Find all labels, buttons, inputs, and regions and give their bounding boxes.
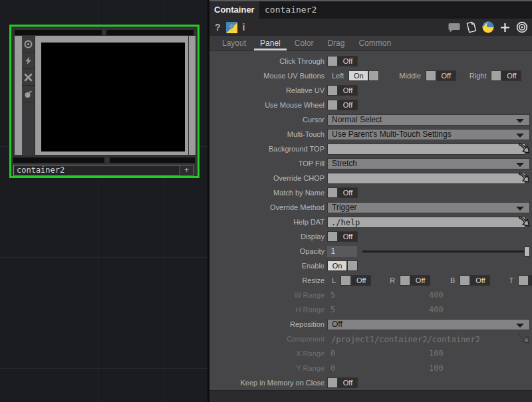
node-input-connector-right[interactable] — [106, 30, 194, 35]
node-output-connector-right[interactable] — [110, 157, 195, 163]
ref-field-override-chop[interactable] — [327, 173, 525, 184]
slider-handle[interactable] — [524, 247, 530, 256]
bypass-flag-icon[interactable] — [22, 86, 35, 102]
range-max-value: 100 — [429, 349, 444, 358]
parameter-rows: Click ThroughOffMouse UV ButtonsLeftOnMi… — [209, 54, 532, 390]
inline-label: T — [509, 276, 513, 284]
node-viewer[interactable] — [35, 36, 188, 155]
dropdown-value: Use Parent's Multi-Touch Settings — [328, 130, 452, 139]
tab-layout[interactable]: Layout — [216, 36, 252, 50]
multi-toggle-item-b: BOff — [450, 275, 490, 286]
node-reference-arrow-icon[interactable] — [517, 331, 532, 348]
dropdown-override-method[interactable]: Trigger — [327, 202, 530, 213]
python-language-icon[interactable] — [482, 21, 494, 33]
toggle-off[interactable]: Off — [400, 275, 430, 286]
param-row-w-range: W Range5400 — [209, 288, 532, 302]
dropdown-multi-touch[interactable]: Use Parent's Multi-Touch Settings — [327, 129, 530, 140]
render-flag-icon[interactable] — [22, 52, 35, 69]
tab-common[interactable]: Common — [352, 36, 397, 50]
dropdown-reposition[interactable]: Off — [327, 319, 530, 330]
param-row-help-dat: Help DAT./help — [209, 215, 532, 229]
param-label: Background TOP — [209, 145, 325, 153]
tab-panel[interactable]: Panel — [254, 36, 287, 50]
ref-field-background-top[interactable] — [327, 144, 525, 155]
inline-label: Middle — [399, 72, 420, 80]
param-row-enable: EnableOn — [209, 258, 532, 273]
toggle-off[interactable]: Off — [340, 275, 371, 286]
info-icon[interactable]: i — [243, 22, 245, 33]
help-icon[interactable]: ? — [215, 22, 221, 33]
toggle-state-label: Off — [338, 56, 358, 66]
toggle-handle — [327, 85, 338, 96]
param-label: Opacity — [209, 247, 325, 255]
param-label: Use Mouse Wheel — [209, 101, 325, 109]
pin-target-icon[interactable] — [516, 21, 528, 33]
toggle-state-label: Off — [338, 187, 358, 198]
toggle-off[interactable]: Off — [327, 56, 358, 66]
node-resize-edge-left[interactable] — [15, 36, 22, 155]
dropdown-top-fill[interactable]: Stretch — [327, 158, 530, 169]
inline-label: Right — [469, 72, 487, 80]
param-label: Match by Name — [209, 189, 325, 197]
operator-name-field[interactable]: container2 — [259, 1, 532, 19]
delete-flag-icon[interactable] — [22, 69, 35, 86]
slider-value-field[interactable]: 1 — [327, 246, 357, 257]
network-editor[interactable]: container2 + — [0, 0, 207, 402]
tab-color[interactable]: Color — [289, 36, 320, 50]
copy-parameters-icon[interactable] — [466, 21, 477, 33]
param-label: Resize — [209, 276, 325, 284]
node-flag-column — [22, 36, 35, 155]
node-reference-arrow-icon[interactable] — [517, 141, 532, 158]
ref-field-help-dat[interactable]: ./help — [327, 217, 525, 228]
param-label: W Range — [209, 291, 325, 299]
param-control: 5400 — [325, 302, 530, 317]
node-resize-edge-right[interactable] — [188, 36, 196, 155]
toggle-state-label: Off — [338, 85, 358, 96]
toggle-off[interactable]: Off — [327, 231, 358, 242]
range-min-value: 0 — [327, 363, 429, 373]
node-reference-arrow-icon[interactable] — [517, 214, 532, 231]
param-label: H Range — [209, 306, 325, 314]
toggle-off[interactable]: Off — [518, 275, 532, 286]
param-label: Mouse UV Buttons — [209, 72, 325, 80]
toggle-handle — [327, 377, 338, 388]
param-label: Multi-Touch — [209, 130, 325, 138]
toggle-off[interactable]: Off — [327, 187, 358, 198]
node-input-connector-left[interactable] — [15, 30, 102, 35]
tab-drag[interactable]: Drag — [321, 36, 350, 50]
node-name-field[interactable]: container2 — [13, 165, 180, 176]
toggle-state-label: On — [327, 260, 347, 271]
param-control: /project1/container2/container2 — [325, 332, 530, 346]
toggle-handle — [327, 56, 338, 66]
toggle-off[interactable]: Off — [460, 275, 490, 286]
multi-toggle-item-r: ROff — [390, 275, 430, 286]
param-row-relative-uv: Relative UVOff — [209, 83, 532, 98]
param-control: Stretch — [325, 156, 530, 171]
node-reference-arrow-icon[interactable] — [517, 170, 532, 187]
toggle-on[interactable]: On — [327, 260, 358, 271]
param-label: Y Range — [209, 364, 325, 372]
container-node[interactable]: container2 + — [9, 25, 200, 178]
toggle-on[interactable]: On — [348, 70, 379, 81]
toggle-off[interactable]: Off — [491, 70, 521, 81]
python-help-icon[interactable]: ? — [226, 22, 237, 33]
ref-field-component[interactable]: /project1/container2/container2 — [327, 334, 525, 345]
toggle-off[interactable]: Off — [327, 85, 358, 96]
toggle-off[interactable]: Off — [327, 377, 358, 388]
node-add-button[interactable]: + — [180, 165, 194, 176]
toggle-handle — [491, 70, 501, 81]
slider-track[interactable] — [362, 251, 530, 252]
add-parameter-page-icon[interactable] — [499, 22, 511, 33]
toggle-state-label: Off — [436, 70, 456, 81]
display-flag-icon[interactable] — [22, 36, 35, 52]
node-viewer-content[interactable] — [41, 43, 185, 151]
chevron-down-icon — [516, 163, 524, 167]
param-row-match-by-name: Match by NameOff — [209, 185, 532, 200]
param-row-h-range: H Range5400 — [209, 302, 532, 317]
range-max-value: 400 — [429, 305, 444, 314]
comment-bubble-icon[interactable] — [448, 23, 460, 33]
node-output-connector-left[interactable] — [13, 157, 104, 163]
dropdown-cursor[interactable]: Normal Select — [327, 114, 530, 126]
toggle-off[interactable]: Off — [327, 100, 358, 110]
toggle-off[interactable]: Off — [426, 70, 456, 81]
